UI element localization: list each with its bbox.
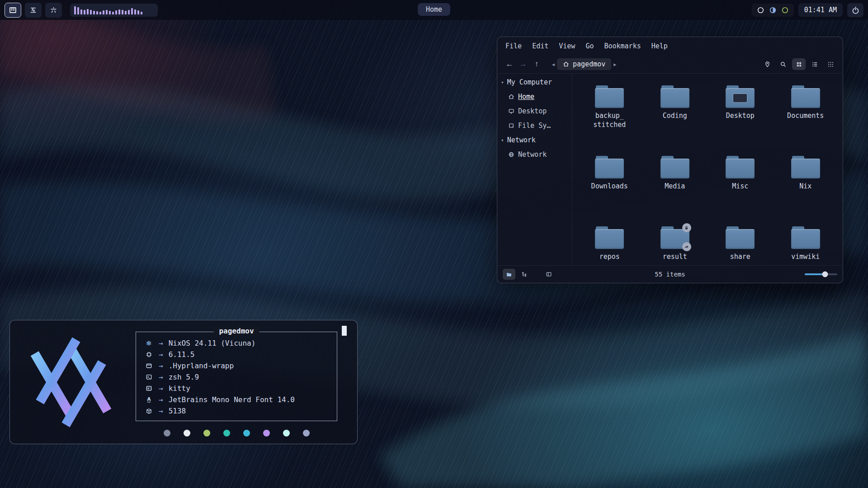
folder-item-vimwiki[interactable]: vimwiki [773,221,839,265]
workspace-button-6[interactable]: 六 [45,3,62,18]
sidebar-item-desktop[interactable]: Desktop [500,104,569,118]
palette-dot [283,430,290,436]
icon-view-button[interactable] [792,58,806,70]
breadcrumb: ◀ pagedmov ▶ [550,58,618,70]
folder-item-coding[interactable]: Coding [642,80,708,150]
focused-window-title[interactable]: Home [418,3,450,16]
folder-icon [595,85,624,108]
arrow-glyph: → [159,350,163,359]
terminal-cursor [342,326,347,336]
toggle-panel-button[interactable] [542,269,555,280]
up-button[interactable]: ↑ [530,58,543,70]
svg-text:A: A [147,396,151,402]
menu-view[interactable]: View [559,42,575,50]
palette-dot [263,430,270,436]
sidebar-item-network[interactable]: Network [500,147,569,162]
folder-label: Downloads [591,182,628,191]
folder-label: Coding [663,111,687,120]
folder-item-downloads[interactable]: Downloads [577,150,642,221]
sidebar-section-my-computer[interactable]: ▾ My Computer [500,75,569,89]
folder-icon [726,156,755,178]
workspace-button-4[interactable]: 四 [5,3,21,18]
back-button[interactable]: ← [503,58,516,70]
workspace-button-5[interactable]: 五 [25,3,42,18]
sidebar-item-label: Network [518,150,547,159]
folder-item-repos[interactable]: repos [577,221,642,265]
show-tree-button[interactable] [518,269,531,280]
folder-item-result[interactable]: result [642,221,708,265]
sidebar: ▾ My Computer Home Desktop File Sy… [497,74,572,265]
menu-go[interactable]: Go [585,42,594,50]
fetch-line-os: ❄ → NixOS 24.11 (Vicuna) [143,338,330,349]
fetch-lines: ❄ → NixOS 24.11 (Vicuna) → 6.11.5 [143,338,330,417]
fetch-value: 5138 [169,407,186,415]
panel-layout-icon [546,271,552,277]
toolbar: ← → ↑ ◀ pagedmov ▶ [497,55,843,74]
sidebar-item-file-system[interactable]: File Sy… [500,118,569,133]
sidebar-item-label: Desktop [518,107,547,115]
folder-icon [791,226,820,249]
palette-dot [303,430,310,436]
folder-small-icon [506,271,512,277]
shell-icon [143,374,154,380]
folder-label: backup_ stitched [593,111,626,130]
forward-button[interactable]: → [516,58,530,70]
power-button[interactable] [847,3,863,17]
breadcrumb-next-icon[interactable]: ▶ [611,62,618,67]
breadcrumb-label: pagedmov [573,60,605,68]
palette-dot [203,430,210,436]
sidebar-item-home[interactable]: Home [500,89,569,104]
tray-halfdisc-icon[interactable] [769,6,777,14]
zoom-slider[interactable] [805,273,837,275]
folder-icon [791,85,820,108]
arrow-glyph: → [159,339,163,347]
compact-view-button[interactable] [824,58,837,70]
packages-icon [143,408,154,414]
fetch-output-box: pagedmov ❄ → NixOS 24.11 (Vicuna) → [136,332,337,421]
font-icon: A [143,396,154,403]
tray-ring-green-icon[interactable] [781,6,789,14]
search-button[interactable] [776,58,790,70]
fetch-line-kernel: → 6.11.5 [143,349,330,360]
folder-item-share[interactable]: share [708,221,773,265]
breadcrumb-home-segment[interactable]: pagedmov [557,58,611,70]
fetch-value: JetBrains Mono Nerd Font 14.0 [169,395,295,404]
arrow-glyph: → [159,407,163,415]
list-view-button[interactable] [808,58,821,70]
folder-icon [595,156,624,178]
twisty-icon: ▾ [501,137,504,143]
folder-item-documents[interactable]: Documents [773,80,839,150]
fetch-line-shell: → zsh 5.9 [143,371,330,383]
clock[interactable]: 01:41 AM [798,3,843,17]
nixos-snowflake-icon [22,333,120,432]
cjk-five-glyph [29,6,37,14]
kernel-icon [143,351,154,358]
folder-label: repos [599,252,620,261]
folder-label: share [730,252,750,261]
folder-item-media[interactable]: Media [642,150,708,221]
folder-label: result [663,252,687,261]
location-pin-button[interactable] [760,58,774,70]
terminal-icon [143,385,154,392]
folder-item-desktop[interactable]: Desktop [708,80,773,150]
menu-help[interactable]: Help [651,42,668,50]
zoom-slider-handle[interactable] [822,272,828,277]
menu-file[interactable]: File [505,42,522,50]
items-count: 55 items [655,271,685,278]
folder-item-backup-stitched[interactable]: backup_ stitched [577,80,642,150]
fetch-line-terminal: → kitty [143,383,330,394]
sidebar-section-network[interactable]: ▾ Network [500,133,569,147]
show-places-button[interactable] [503,269,515,280]
system-tray [752,4,794,17]
hostname-title: pagedmov [213,327,259,335]
tray-circle-icon[interactable] [757,6,764,14]
folder-item-nix[interactable]: Nix [773,150,839,221]
breadcrumb-prev-icon[interactable]: ◀ [550,62,557,67]
menu-bookmarks[interactable]: Bookmarks [604,42,641,50]
audio-visualizer-bars [74,6,154,14]
menu-edit[interactable]: Edit [532,42,548,50]
fetch-value: zsh 5.9 [169,373,199,381]
fetch-line-font: A → JetBrains Mono Nerd Font 14.0 [143,394,330,405]
fetch-value: NixOS 24.11 (Vicuna) [169,339,256,347]
folder-item-misc[interactable]: Misc [708,150,773,221]
